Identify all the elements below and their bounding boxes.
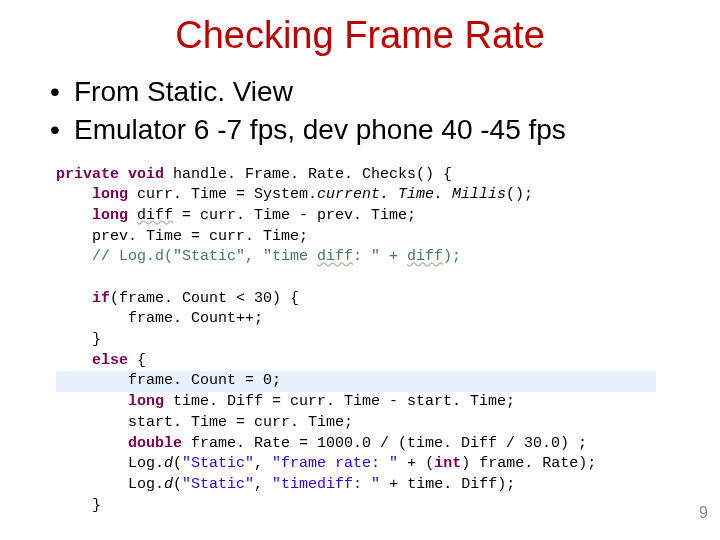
- page-number: 9: [699, 504, 708, 522]
- code-text: [128, 207, 137, 224]
- code-keyword: if: [92, 290, 110, 307]
- code-text: handle. Frame. Rate. Checks() {: [164, 166, 452, 183]
- code-string: "frame rate: ": [272, 455, 398, 472]
- code-keyword: long: [92, 186, 128, 203]
- bullet-item: From Static. View: [50, 73, 700, 111]
- code-text: d: [164, 476, 173, 493]
- code-comment: // Log.d("Static", "time diff: " + diff)…: [92, 248, 461, 265]
- code-text: ,: [254, 455, 272, 472]
- code-keyword: void: [128, 166, 164, 183]
- code-string: "Static": [182, 476, 254, 493]
- code-text: ) frame. Rate);: [461, 455, 596, 472]
- code-keyword: long: [128, 393, 164, 410]
- code-text: ();: [506, 186, 533, 203]
- code-text: = curr. Time - prev. Time;: [173, 207, 416, 224]
- code-text: start. Time = curr. Time;: [128, 414, 353, 431]
- code-string: "Static": [182, 455, 254, 472]
- code-keyword: else: [92, 352, 128, 369]
- code-text: d: [164, 455, 173, 472]
- code-text: (: [173, 455, 182, 472]
- code-text: }: [92, 331, 101, 348]
- code-text: {: [128, 352, 146, 369]
- code-text: frame. Rate = 1000.0 / (time. Diff / 30.…: [182, 435, 587, 452]
- bullet-item: Emulator 6 -7 fps, dev phone 40 -45 fps: [50, 111, 700, 149]
- code-text: Log.: [128, 455, 164, 472]
- code-highlight: frame. Count = 0;: [56, 371, 656, 392]
- code-keyword: long: [92, 207, 128, 224]
- code-text: prev. Time = curr. Time;: [92, 228, 308, 245]
- code-text: Log.: [128, 476, 164, 493]
- code-text: + (: [398, 455, 434, 472]
- code-text: + time. Diff);: [380, 476, 515, 493]
- code-string: "timediff: ": [272, 476, 380, 493]
- code-keyword: int: [434, 455, 461, 472]
- code-text: }: [92, 497, 101, 514]
- code-keyword: double: [128, 435, 182, 452]
- code-text: diff: [137, 207, 173, 224]
- code-text: (frame. Count < 30) {: [110, 290, 299, 307]
- code-text: frame. Count++;: [128, 310, 263, 327]
- code-text: current. Time. Millis: [317, 186, 506, 203]
- code-block: private void handle. Frame. Rate. Checks…: [56, 165, 700, 517]
- code-text: curr. Time = System.: [128, 186, 317, 203]
- bullet-list: From Static. View Emulator 6 -7 fps, dev…: [50, 73, 700, 149]
- code-text: frame. Count = 0;: [128, 372, 281, 389]
- slide-title: Checking Frame Rate: [20, 14, 700, 57]
- code-keyword: private: [56, 166, 119, 183]
- code-text: ,: [254, 476, 272, 493]
- code-text: time. Diff = curr. Time - start. Time;: [164, 393, 515, 410]
- code-text: (: [173, 476, 182, 493]
